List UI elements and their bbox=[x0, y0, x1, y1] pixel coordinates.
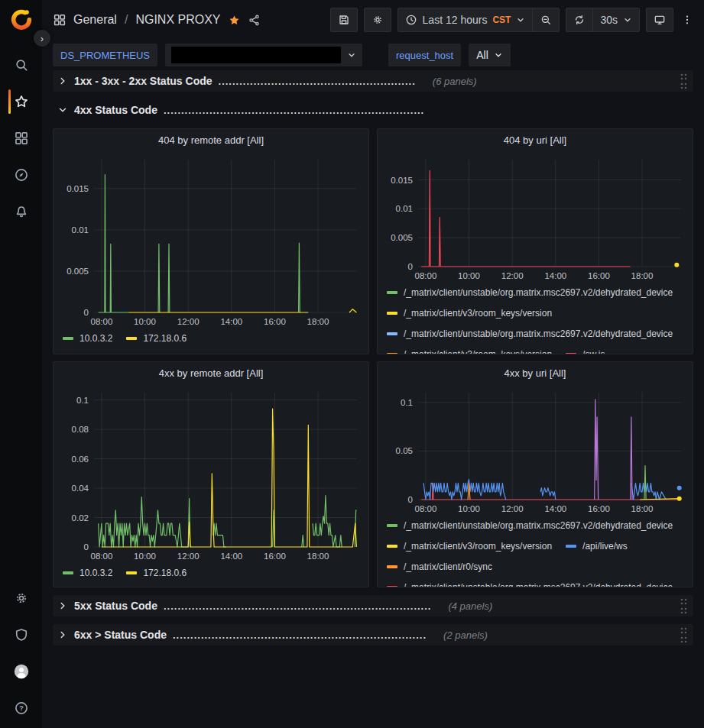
variable-value-ds-prometheus[interactable] bbox=[165, 44, 362, 66]
svg-text:18:00: 18:00 bbox=[631, 504, 654, 513]
variable-value-request-host[interactable]: All bbox=[469, 44, 511, 66]
breadcrumb: General / NGINX PROXY bbox=[53, 13, 261, 27]
svg-text:0.04: 0.04 bbox=[72, 484, 89, 493]
time-series-chart[interactable]: 08:0010:0012:0014:0016:0018:0000.050.1 bbox=[383, 385, 687, 515]
breadcrumb-folder[interactable]: General bbox=[73, 13, 117, 27]
legend-item[interactable]: 172.18.0.6 bbox=[126, 566, 187, 579]
row-header-5xx[interactable]: 5xx Status Code ........................… bbox=[53, 595, 693, 616]
svg-text:0.005: 0.005 bbox=[67, 267, 89, 276]
legend-swatch bbox=[387, 524, 397, 527]
row-panel-count: (6 panels) bbox=[433, 76, 477, 87]
refresh-interval-picker[interactable]: 30s bbox=[593, 8, 639, 31]
svg-text:?: ? bbox=[19, 704, 24, 712]
row-panel-count: (4 panels) bbox=[448, 600, 492, 612]
chevron-right-icon bbox=[57, 76, 68, 86]
apps-grid-icon[interactable] bbox=[53, 13, 67, 27]
row-header-6xx[interactable]: 6xx > Status Code ......................… bbox=[53, 624, 693, 645]
sidebar-item-starred[interactable] bbox=[0, 83, 42, 120]
legend-swatch bbox=[566, 545, 576, 548]
chevron-down-icon bbox=[57, 105, 68, 115]
legend-item[interactable]: /_matrix/client/unstable/org.matrix.msc2… bbox=[387, 519, 673, 532]
legend-item[interactable]: /_matrix/client/v3/room_keys/version bbox=[387, 539, 552, 552]
row-drag-handle[interactable] bbox=[680, 73, 687, 89]
panel-title[interactable]: 4xx by uri [All] bbox=[378, 362, 693, 385]
legend-label: /_matrix/client/v3/room_keys/version bbox=[404, 308, 552, 319]
legend-item[interactable]: /_matrix/client/r0/sync bbox=[387, 560, 492, 573]
panel-title[interactable]: 4xx by remote addr [All] bbox=[54, 362, 368, 385]
time-range-picker[interactable]: Last 12 hours CST bbox=[398, 8, 533, 31]
chevron-right-icon bbox=[57, 629, 68, 640]
svg-text:12:00: 12:00 bbox=[501, 271, 524, 280]
legend-item[interactable]: /_matrix/client/unstable/org.matrix.msc2… bbox=[387, 581, 673, 587]
row-title-dots: ........................................… bbox=[164, 600, 432, 612]
chevron-down-icon bbox=[347, 50, 356, 60]
variable-selected-value: All bbox=[476, 49, 488, 61]
tv-mode-button[interactable] bbox=[646, 8, 673, 32]
svg-text:0.005: 0.005 bbox=[391, 233, 413, 242]
grafana-logo-icon[interactable] bbox=[10, 7, 33, 30]
legend-item[interactable]: /_matrix/client/unstable/org.matrix.msc2… bbox=[387, 327, 673, 340]
legend-item[interactable]: /api/live/ws bbox=[566, 539, 628, 552]
panel-title[interactable]: 404 by uri [All] bbox=[378, 129, 693, 152]
shield-icon bbox=[14, 627, 29, 642]
svg-text:16:00: 16:00 bbox=[264, 552, 286, 561]
row-header-4xx[interactable]: 4xx Status Code ........................… bbox=[53, 99, 693, 121]
legend-swatch bbox=[126, 571, 137, 574]
time-picker-group: Last 12 hours CST bbox=[397, 8, 560, 32]
dashboard-settings-button[interactable] bbox=[364, 8, 391, 32]
timezone-label: CST bbox=[492, 15, 511, 25]
save-dashboard-button[interactable] bbox=[330, 8, 358, 32]
legend-item[interactable]: 172.18.0.6 bbox=[126, 332, 187, 345]
sidebar-item-search[interactable] bbox=[0, 47, 42, 83]
legend-label: 10.0.3.2 bbox=[79, 333, 112, 344]
sidebar-item-explore[interactable] bbox=[0, 157, 42, 193]
row-header-1xx-3xx-2xx[interactable]: 1xx - 3xx - 2xx Status Code ............… bbox=[53, 70, 693, 92]
favorite-star-icon[interactable] bbox=[228, 14, 241, 27]
legend-swatch bbox=[566, 353, 576, 354]
legend-item[interactable]: /sw.js bbox=[566, 348, 605, 354]
clock-icon bbox=[405, 14, 417, 26]
compass-icon bbox=[14, 167, 29, 183]
legend-item[interactable]: /_matrix/client/unstable/org.matrix.msc2… bbox=[387, 286, 673, 299]
monitor-icon bbox=[654, 14, 666, 26]
refresh-button[interactable] bbox=[566, 8, 592, 31]
legend-item[interactable]: 10.0.3.2 bbox=[63, 332, 112, 345]
sidebar-item-help[interactable]: ? bbox=[0, 690, 42, 726]
legend-item[interactable]: /_matrix/client/v3/room_keys/version bbox=[387, 306, 552, 319]
time-series-chart[interactable]: 08:0010:0012:0014:0016:0018:0000.020.040… bbox=[59, 385, 363, 562]
legend-item[interactable]: 10.0.3.2 bbox=[63, 566, 112, 579]
time-series-chart[interactable]: 08:0010:0012:0014:0016:0018:0000.0050.01… bbox=[59, 152, 363, 328]
legend-swatch bbox=[63, 337, 73, 340]
breadcrumb-dashboard-title[interactable]: NGINX PROXY bbox=[135, 13, 220, 27]
sidebar-item-server-admin[interactable] bbox=[0, 616, 42, 653]
share-icon[interactable] bbox=[248, 14, 261, 27]
sidebar-expand-button[interactable]: › bbox=[34, 30, 50, 47]
row-drag-handle[interactable] bbox=[680, 626, 687, 643]
panel-title[interactable]: 404 by remote addr [All] bbox=[54, 129, 368, 152]
sidebar-item-profile[interactable] bbox=[0, 653, 42, 690]
legend-swatch bbox=[387, 586, 397, 587]
legend-label: /_matrix/client/unstable/org.matrix.msc2… bbox=[404, 287, 673, 298]
save-icon bbox=[338, 14, 350, 26]
time-series-chart[interactable]: 08:0010:0012:0014:0016:0018:0000.0050.01… bbox=[383, 152, 687, 282]
svg-text:18:00: 18:00 bbox=[631, 271, 654, 280]
breadcrumb-separator: / bbox=[124, 13, 128, 27]
row-title: 4xx Status Code bbox=[74, 104, 157, 116]
svg-text:0: 0 bbox=[408, 495, 413, 504]
help-icon: ? bbox=[14, 700, 29, 716]
more-options-button[interactable] bbox=[680, 8, 695, 32]
sidebar-item-configuration[interactable] bbox=[0, 580, 42, 616]
zoom-out-time-button[interactable] bbox=[533, 8, 559, 31]
panel-legend: 10.0.3.2172.18.0.6 bbox=[54, 562, 368, 587]
row-title: 1xx - 3xx - 2xx Status Code bbox=[74, 75, 212, 87]
sidebar-item-alerting[interactable] bbox=[0, 193, 42, 230]
svg-text:0.1: 0.1 bbox=[401, 398, 413, 407]
legend-item[interactable]: /_matrix/client/v3/room_keys/version bbox=[387, 348, 552, 354]
legend-label: /_matrix/client/unstable/org.matrix.msc2… bbox=[404, 328, 673, 339]
legend-swatch bbox=[63, 571, 73, 574]
dashboard-toolbar: General / NGINX PROXY Last 12 hours CST bbox=[42, 0, 704, 40]
svg-text:0.015: 0.015 bbox=[391, 176, 413, 185]
row-drag-handle[interactable] bbox=[680, 597, 687, 614]
sidebar-item-dashboards[interactable] bbox=[0, 120, 42, 157]
svg-text:10:00: 10:00 bbox=[458, 504, 480, 513]
